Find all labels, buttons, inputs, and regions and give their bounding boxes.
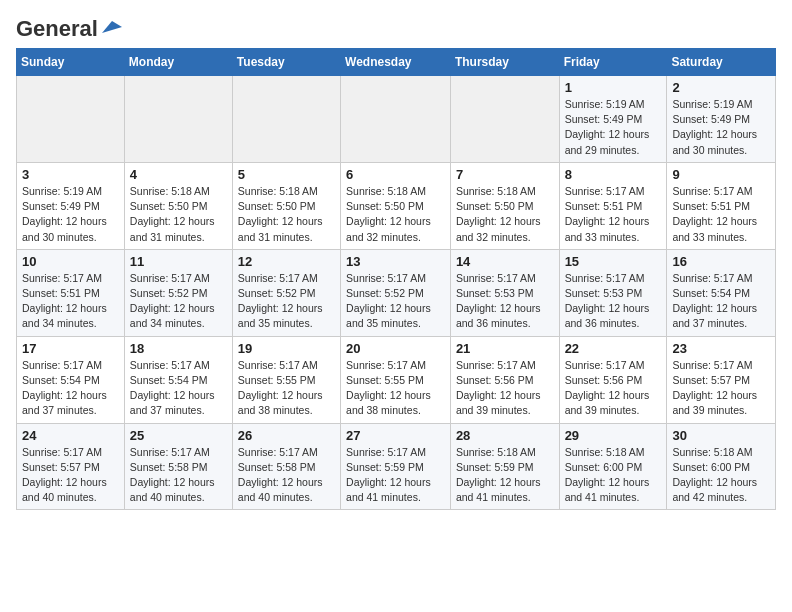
calendar-cell: 6Sunrise: 5:18 AM Sunset: 5:50 PM Daylig… xyxy=(341,162,451,249)
day-number: 4 xyxy=(130,167,227,182)
day-number: 17 xyxy=(22,341,119,356)
calendar-week-row: 3Sunrise: 5:19 AM Sunset: 5:49 PM Daylig… xyxy=(17,162,776,249)
calendar-cell: 20Sunrise: 5:17 AM Sunset: 5:55 PM Dayli… xyxy=(341,336,451,423)
day-number: 12 xyxy=(238,254,335,269)
day-info: Sunrise: 5:19 AM Sunset: 5:49 PM Dayligh… xyxy=(672,97,770,158)
day-info: Sunrise: 5:17 AM Sunset: 5:57 PM Dayligh… xyxy=(672,358,770,419)
day-info: Sunrise: 5:17 AM Sunset: 5:52 PM Dayligh… xyxy=(346,271,445,332)
calendar-cell: 17Sunrise: 5:17 AM Sunset: 5:54 PM Dayli… xyxy=(17,336,125,423)
logo-general: General xyxy=(16,16,98,42)
day-info: Sunrise: 5:17 AM Sunset: 5:55 PM Dayligh… xyxy=(346,358,445,419)
day-number: 2 xyxy=(672,80,770,95)
calendar-cell: 23Sunrise: 5:17 AM Sunset: 5:57 PM Dayli… xyxy=(667,336,776,423)
day-number: 22 xyxy=(565,341,662,356)
day-number: 16 xyxy=(672,254,770,269)
calendar-body: 1Sunrise: 5:19 AM Sunset: 5:49 PM Daylig… xyxy=(17,76,776,510)
day-info: Sunrise: 5:18 AM Sunset: 6:00 PM Dayligh… xyxy=(672,445,770,506)
day-info: Sunrise: 5:17 AM Sunset: 5:55 PM Dayligh… xyxy=(238,358,335,419)
day-info: Sunrise: 5:19 AM Sunset: 5:49 PM Dayligh… xyxy=(565,97,662,158)
calendar-cell: 7Sunrise: 5:18 AM Sunset: 5:50 PM Daylig… xyxy=(450,162,559,249)
day-info: Sunrise: 5:17 AM Sunset: 5:53 PM Dayligh… xyxy=(456,271,554,332)
weekday-header-wednesday: Wednesday xyxy=(341,49,451,76)
day-info: Sunrise: 5:18 AM Sunset: 5:50 PM Dayligh… xyxy=(346,184,445,245)
calendar-table: SundayMondayTuesdayWednesdayThursdayFrid… xyxy=(16,48,776,510)
day-info: Sunrise: 5:17 AM Sunset: 5:54 PM Dayligh… xyxy=(672,271,770,332)
svg-marker-0 xyxy=(102,21,122,33)
day-info: Sunrise: 5:17 AM Sunset: 5:52 PM Dayligh… xyxy=(130,271,227,332)
page-header: General xyxy=(16,16,776,38)
logo: General xyxy=(16,16,122,38)
calendar-cell: 29Sunrise: 5:18 AM Sunset: 6:00 PM Dayli… xyxy=(559,423,667,510)
day-number: 19 xyxy=(238,341,335,356)
day-info: Sunrise: 5:17 AM Sunset: 5:57 PM Dayligh… xyxy=(22,445,119,506)
calendar-cell xyxy=(124,76,232,163)
calendar-cell xyxy=(17,76,125,163)
calendar-cell: 18Sunrise: 5:17 AM Sunset: 5:54 PM Dayli… xyxy=(124,336,232,423)
calendar-cell: 22Sunrise: 5:17 AM Sunset: 5:56 PM Dayli… xyxy=(559,336,667,423)
weekday-header-sunday: Sunday xyxy=(17,49,125,76)
day-info: Sunrise: 5:17 AM Sunset: 5:52 PM Dayligh… xyxy=(238,271,335,332)
day-number: 8 xyxy=(565,167,662,182)
calendar-cell: 26Sunrise: 5:17 AM Sunset: 5:58 PM Dayli… xyxy=(232,423,340,510)
calendar-cell: 8Sunrise: 5:17 AM Sunset: 5:51 PM Daylig… xyxy=(559,162,667,249)
day-number: 30 xyxy=(672,428,770,443)
day-info: Sunrise: 5:17 AM Sunset: 5:51 PM Dayligh… xyxy=(565,184,662,245)
calendar-cell: 25Sunrise: 5:17 AM Sunset: 5:58 PM Dayli… xyxy=(124,423,232,510)
day-info: Sunrise: 5:17 AM Sunset: 5:54 PM Dayligh… xyxy=(22,358,119,419)
calendar-cell: 5Sunrise: 5:18 AM Sunset: 5:50 PM Daylig… xyxy=(232,162,340,249)
calendar-week-row: 1Sunrise: 5:19 AM Sunset: 5:49 PM Daylig… xyxy=(17,76,776,163)
day-number: 21 xyxy=(456,341,554,356)
weekday-header-saturday: Saturday xyxy=(667,49,776,76)
calendar-cell: 14Sunrise: 5:17 AM Sunset: 5:53 PM Dayli… xyxy=(450,249,559,336)
day-number: 24 xyxy=(22,428,119,443)
weekday-header-thursday: Thursday xyxy=(450,49,559,76)
calendar-cell: 11Sunrise: 5:17 AM Sunset: 5:52 PM Dayli… xyxy=(124,249,232,336)
day-number: 27 xyxy=(346,428,445,443)
calendar-week-row: 17Sunrise: 5:17 AM Sunset: 5:54 PM Dayli… xyxy=(17,336,776,423)
day-number: 1 xyxy=(565,80,662,95)
weekday-header-monday: Monday xyxy=(124,49,232,76)
day-info: Sunrise: 5:17 AM Sunset: 5:58 PM Dayligh… xyxy=(238,445,335,506)
day-info: Sunrise: 5:17 AM Sunset: 5:59 PM Dayligh… xyxy=(346,445,445,506)
calendar-cell: 16Sunrise: 5:17 AM Sunset: 5:54 PM Dayli… xyxy=(667,249,776,336)
calendar-cell: 15Sunrise: 5:17 AM Sunset: 5:53 PM Dayli… xyxy=(559,249,667,336)
day-number: 6 xyxy=(346,167,445,182)
calendar-cell: 1Sunrise: 5:19 AM Sunset: 5:49 PM Daylig… xyxy=(559,76,667,163)
calendar-header-row: SundayMondayTuesdayWednesdayThursdayFrid… xyxy=(17,49,776,76)
calendar-cell xyxy=(232,76,340,163)
day-number: 11 xyxy=(130,254,227,269)
day-number: 3 xyxy=(22,167,119,182)
calendar-week-row: 24Sunrise: 5:17 AM Sunset: 5:57 PM Dayli… xyxy=(17,423,776,510)
day-number: 5 xyxy=(238,167,335,182)
day-info: Sunrise: 5:19 AM Sunset: 5:49 PM Dayligh… xyxy=(22,184,119,245)
day-number: 20 xyxy=(346,341,445,356)
calendar-cell: 13Sunrise: 5:17 AM Sunset: 5:52 PM Dayli… xyxy=(341,249,451,336)
weekday-header-friday: Friday xyxy=(559,49,667,76)
calendar-cell: 21Sunrise: 5:17 AM Sunset: 5:56 PM Dayli… xyxy=(450,336,559,423)
logo-icon xyxy=(100,19,122,35)
day-number: 28 xyxy=(456,428,554,443)
day-info: Sunrise: 5:18 AM Sunset: 5:50 PM Dayligh… xyxy=(238,184,335,245)
day-info: Sunrise: 5:17 AM Sunset: 5:58 PM Dayligh… xyxy=(130,445,227,506)
day-info: Sunrise: 5:17 AM Sunset: 5:53 PM Dayligh… xyxy=(565,271,662,332)
day-number: 13 xyxy=(346,254,445,269)
day-info: Sunrise: 5:17 AM Sunset: 5:51 PM Dayligh… xyxy=(672,184,770,245)
calendar-cell: 24Sunrise: 5:17 AM Sunset: 5:57 PM Dayli… xyxy=(17,423,125,510)
calendar-week-row: 10Sunrise: 5:17 AM Sunset: 5:51 PM Dayli… xyxy=(17,249,776,336)
day-number: 9 xyxy=(672,167,770,182)
weekday-header-tuesday: Tuesday xyxy=(232,49,340,76)
calendar-cell: 10Sunrise: 5:17 AM Sunset: 5:51 PM Dayli… xyxy=(17,249,125,336)
day-number: 7 xyxy=(456,167,554,182)
calendar-cell: 28Sunrise: 5:18 AM Sunset: 5:59 PM Dayli… xyxy=(450,423,559,510)
calendar-cell: 2Sunrise: 5:19 AM Sunset: 5:49 PM Daylig… xyxy=(667,76,776,163)
calendar-cell: 19Sunrise: 5:17 AM Sunset: 5:55 PM Dayli… xyxy=(232,336,340,423)
day-number: 25 xyxy=(130,428,227,443)
day-number: 26 xyxy=(238,428,335,443)
day-number: 23 xyxy=(672,341,770,356)
calendar-cell: 9Sunrise: 5:17 AM Sunset: 5:51 PM Daylig… xyxy=(667,162,776,249)
day-info: Sunrise: 5:17 AM Sunset: 5:56 PM Dayligh… xyxy=(565,358,662,419)
day-info: Sunrise: 5:18 AM Sunset: 5:59 PM Dayligh… xyxy=(456,445,554,506)
calendar-cell xyxy=(450,76,559,163)
calendar-cell: 4Sunrise: 5:18 AM Sunset: 5:50 PM Daylig… xyxy=(124,162,232,249)
day-number: 14 xyxy=(456,254,554,269)
